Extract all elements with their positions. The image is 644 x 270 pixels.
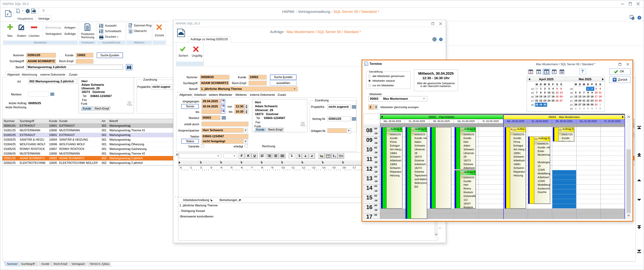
svg-text:?: ? [440,38,442,41]
svg-text:7: 7 [554,71,555,73]
svg-text:v: v [365,63,367,65]
svg-text:31: 31 [560,71,563,73]
svg-text:1: 1 [538,71,539,73]
svg-text:?: ? [639,16,640,19]
svg-text:T: T [339,154,341,158]
svg-text:A: A [334,155,336,158]
svg-text:T: T [320,154,322,158]
svg-text:v: v [6,12,8,16]
svg-text:v: v [17,10,18,13]
svg-text:T: T [332,154,334,158]
svg-text:5: 5 [546,71,547,73]
